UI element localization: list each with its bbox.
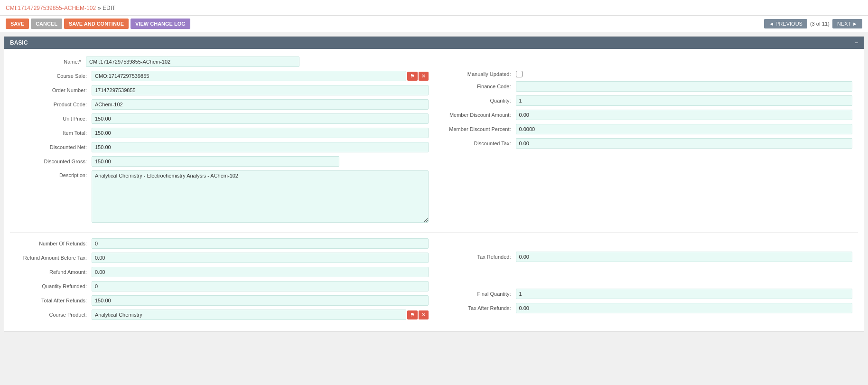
finance-code-label: Finance Code: [440,84,516,89]
unit-price-label: Unit Price: [16,116,92,122]
discounted-net-input[interactable] [92,142,429,152]
discounted-net-row: Discounted Net: [16,142,429,152]
finance-code-row: Finance Code: [440,81,853,92]
left-col: Course Sale: ⚑ ✕ Order Number: Product C… [10,71,434,226]
total-after-refunds-input[interactable] [92,295,429,306]
discounted-tax-row: Discounted Tax: [440,138,853,149]
course-product-row: Course Product: ⚑ ✕ [16,310,429,320]
order-number-row: Order Number: [16,85,429,95]
member-discount-amount-input[interactable] [516,110,853,120]
course-sale-row: Course Sale: ⚑ ✕ [16,71,429,81]
number-of-refunds-row: Number Of Refunds: [16,238,429,249]
toolbar-right: ◄ PREVIOUS (3 of 11) NEXT ► [764,19,862,28]
save-button[interactable]: SAVE [6,19,29,29]
refund-amount-input[interactable] [92,267,429,277]
item-total-input[interactable] [92,128,429,138]
description-label: Description: [16,172,92,178]
next-button[interactable]: NEXT ► [832,19,862,28]
tax-refunded-row: Tax Refunded: [440,252,853,262]
course-product-input[interactable] [92,310,406,320]
refund-amount-row: Refund Amount: [16,267,429,277]
tax-after-refunds-input[interactable] [516,303,853,313]
course-sale-input-group: ⚑ ✕ [92,71,429,81]
quantity-refunded-label: Quantity Refunded: [16,283,92,289]
refunds-left-col: Number Of Refunds: Refund Amount Before … [10,238,434,324]
page-title-prefix: CMI:17147297539855-ACHEM-102 [6,5,96,11]
member-discount-amount-label: Member Discount Amount: [440,112,516,118]
refund-amount-label: Refund Amount: [16,269,92,275]
quantity-refunded-input[interactable] [92,281,429,291]
number-of-refunds-input[interactable] [92,238,429,249]
page-title-action: EDIT [103,5,115,11]
page-header: CMI:17147297539855-ACHEM-102 » EDIT [0,0,868,16]
course-product-clear-button[interactable]: ✕ [419,310,429,319]
manually-updated-label: Manually Updated: [440,71,516,77]
final-quantity-row: Final Quantity: [440,289,853,299]
name-row: Name:* [10,56,858,67]
previous-button[interactable]: ◄ PREVIOUS [764,19,807,28]
course-product-label: Course Product: [16,312,92,318]
course-sale-link-button[interactable]: ⚑ [407,72,418,81]
order-number-label: Order Number: [16,87,92,93]
finance-code-input[interactable] [516,81,853,92]
item-total-row: Item Total: [16,128,429,138]
product-code-input[interactable] [92,99,429,110]
manually-updated-checkbox[interactable] [516,71,523,77]
course-sale-clear-button[interactable]: ✕ [419,72,429,81]
product-code-label: Product Code: [16,102,92,107]
member-discount-amount-row: Member Discount Amount: [440,110,853,120]
total-after-refunds-row: Total After Refunds: [16,295,429,306]
toolbar-left: SAVE CANCEL SAVE AND CONTINUE VIEW CHANG… [6,19,190,29]
refund-amount-before-tax-input[interactable] [92,253,429,263]
course-sale-input[interactable] [92,71,406,81]
refunds-grid: Number Of Refunds: Refund Amount Before … [10,238,858,324]
section-title-basic: BASIC [10,39,28,46]
item-total-label: Item Total: [16,130,92,136]
section-header-basic: BASIC − [4,37,864,49]
total-after-refunds-label: Total After Refunds: [16,298,92,303]
quantity-input[interactable] [516,95,853,106]
quantity-refunded-row: Quantity Refunded: [16,281,429,291]
section-collapse-icon[interactable]: − [855,39,858,46]
tax-after-refunds-row: Tax After Refunds: [440,303,853,313]
cancel-button[interactable]: CANCEL [31,19,62,29]
basic-section: BASIC − Name:* Course Sale: ⚑ ✕ [4,36,864,332]
page-title-separator: » [98,5,103,11]
product-code-row: Product Code: [16,99,429,110]
course-product-input-group: ⚑ ✕ [92,310,429,320]
save-and-continue-button[interactable]: SAVE AND CONTINUE [64,19,129,29]
member-discount-percent-label: Member Discount Percent: [440,126,516,132]
tax-refunded-input[interactable] [516,252,853,262]
section-body-basic: Name:* Course Sale: ⚑ ✕ Order Number: [4,49,864,331]
tax-refunded-label: Tax Refunded: [440,254,516,260]
course-product-link-button[interactable]: ⚑ [407,310,418,319]
section-divider [10,232,858,233]
course-sale-label: Course Sale: [16,73,92,79]
unit-price-input[interactable] [92,113,429,124]
discounted-tax-input[interactable] [516,138,853,149]
refunds-right-col: Tax Refunded: Final Quantity: Tax After … [434,238,859,324]
right-col: Manually Updated: Finance Code: Quantity… [434,71,859,226]
discounted-gross-label: Discounted Gross: [16,159,92,164]
discounted-gross-input[interactable] [92,156,339,167]
member-discount-percent-row: Member Discount Percent: [440,124,853,134]
description-row: Description: Analytical Chemistry - Elec… [16,170,429,223]
toolbar: SAVE CANCEL SAVE AND CONTINUE VIEW CHANG… [0,16,868,32]
manually-updated-row: Manually Updated: [440,71,853,77]
final-quantity-label: Final Quantity: [440,291,516,297]
order-number-input[interactable] [92,85,429,95]
final-quantity-input[interactable] [516,289,853,299]
basic-form-grid: Course Sale: ⚑ ✕ Order Number: Product C… [10,71,858,226]
discounted-net-label: Discounted Net: [16,144,92,150]
member-discount-percent-input[interactable] [516,124,853,134]
quantity-row: Quantity: [440,95,853,106]
pagination-text: (3 of 11) [810,21,830,27]
view-change-log-button[interactable]: VIEW CHANGE LOG [131,19,190,29]
unit-price-row: Unit Price: [16,113,429,124]
discounted-gross-row: Discounted Gross: [16,156,429,167]
quantity-label: Quantity: [440,98,516,103]
name-label: Name:* [10,59,86,65]
name-input[interactable] [86,56,299,67]
discounted-tax-label: Discounted Tax: [440,141,516,146]
description-textarea[interactable]: Analytical Chemistry - Electrochemistry … [92,170,429,223]
